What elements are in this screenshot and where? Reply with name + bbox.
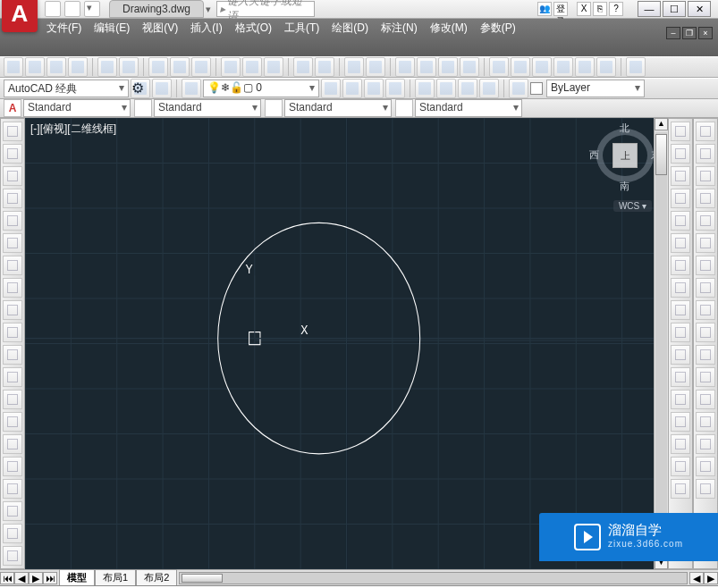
mdi-minimize[interactable]: – xyxy=(666,27,680,39)
addselected-tool[interactable] xyxy=(3,546,22,566)
xline-tool[interactable] xyxy=(3,144,22,164)
erase-tool[interactable] xyxy=(671,122,690,141)
document-tab[interactable]: Drawing3.dwg xyxy=(109,0,204,18)
quickcalc-button[interactable] xyxy=(596,57,616,77)
dimstyle-icon[interactable] xyxy=(134,99,152,117)
designcenter-button[interactable] xyxy=(511,57,530,77)
hatch-tool[interactable] xyxy=(3,434,22,454)
zoom-previous-button[interactable] xyxy=(460,57,479,77)
help-button[interactable] xyxy=(626,57,646,77)
menu-edit[interactable]: 编辑(E) xyxy=(94,21,130,36)
layer-prev-button[interactable] xyxy=(458,79,477,98)
baseline-tool[interactable] xyxy=(696,367,715,387)
dimedit-tool[interactable] xyxy=(696,457,715,476)
table-tool[interactable] xyxy=(3,501,22,521)
open-button[interactable] xyxy=(25,57,45,77)
layer-freeze-button[interactable] xyxy=(364,79,384,98)
block-editor-button[interactable] xyxy=(315,57,334,77)
hscroll-right[interactable]: ▶ xyxy=(704,572,718,584)
zoom-window-button[interactable] xyxy=(438,57,458,77)
color-control[interactable] xyxy=(509,79,528,98)
mdi-close[interactable]: × xyxy=(698,27,713,39)
menu-file[interactable]: 文件(F) xyxy=(46,21,81,36)
stretch-tool[interactable] xyxy=(671,300,690,320)
cloud-open-button[interactable] xyxy=(97,57,117,77)
tolerance-tool[interactable] xyxy=(696,300,715,320)
insert-tool[interactable] xyxy=(3,367,22,387)
line-tool[interactable] xyxy=(3,122,22,141)
list-tool[interactable] xyxy=(696,189,715,208)
menu-view[interactable]: 视图(V) xyxy=(142,21,178,36)
sheetset-button[interactable] xyxy=(553,57,573,77)
center-tool[interactable] xyxy=(696,323,715,342)
tablestyle-icon[interactable] xyxy=(265,99,283,117)
make-current-button[interactable] xyxy=(415,79,435,98)
stayconnected-icon[interactable]: ⎘ xyxy=(593,2,607,16)
new-button[interactable] xyxy=(4,57,23,77)
extend-tool[interactable] xyxy=(671,345,690,365)
mleaderstyle-combo[interactable]: Standard xyxy=(415,99,522,117)
close-button[interactable]: ✕ xyxy=(688,1,711,17)
area-tool[interactable] xyxy=(696,144,715,164)
hscroll-thumb[interactable] xyxy=(182,574,223,583)
leader-tool[interactable] xyxy=(696,278,715,298)
tab-layout2[interactable]: 布局2 xyxy=(136,569,177,586)
tab-layout1[interactable]: 布局1 xyxy=(95,569,136,586)
circle-tool[interactable] xyxy=(3,256,22,275)
region-tool[interactable] xyxy=(3,479,22,499)
plot-button[interactable] xyxy=(148,57,168,77)
pan-button[interactable] xyxy=(395,57,415,77)
open-icon[interactable] xyxy=(64,1,80,17)
fillet-tool[interactable] xyxy=(671,434,690,454)
viewcube-north[interactable]: 北 xyxy=(620,122,629,135)
search-input[interactable]: ▸ 键入关键字或短语 xyxy=(216,1,315,17)
constraint-tool[interactable] xyxy=(696,233,715,253)
menu-format[interactable]: 格式(O) xyxy=(235,21,272,36)
menu-dimension[interactable]: 标注(N) xyxy=(381,21,418,36)
textstyle-combo[interactable]: Standard xyxy=(23,99,131,117)
point-tool[interactable] xyxy=(3,412,22,432)
infocenter-signin[interactable]: 登录 xyxy=(553,2,568,16)
app-menu-button[interactable]: A xyxy=(2,0,38,32)
tab-model[interactable]: 模型 xyxy=(59,569,95,586)
chamfer-tool[interactable] xyxy=(671,412,690,432)
ellipsearc-tool[interactable] xyxy=(3,345,22,365)
tab-first[interactable]: ⏮ xyxy=(0,572,14,584)
infocenter-search-icon[interactable]: 👥 xyxy=(537,2,552,16)
workspace-settings-button[interactable]: ⚙ xyxy=(131,79,150,98)
copy-button[interactable] xyxy=(242,57,262,77)
gradient-tool[interactable] xyxy=(3,457,22,476)
explode-tool[interactable] xyxy=(671,479,690,499)
vertical-scrollbar[interactable]: ▲ ▼ xyxy=(654,118,668,569)
ellipse-tool[interactable] xyxy=(3,323,22,342)
move-tool[interactable] xyxy=(671,233,690,253)
tab-next[interactable]: ▶ xyxy=(29,572,43,584)
hscroll-left[interactable]: ◀ xyxy=(689,572,704,584)
tablestyle-combo[interactable]: Standard xyxy=(284,99,392,117)
bylayer-check[interactable] xyxy=(530,82,543,95)
rectangle-tool[interactable] xyxy=(3,211,22,231)
dimspace-tool[interactable] xyxy=(696,412,715,432)
menu-insert[interactable]: 插入(I) xyxy=(190,21,222,36)
layer-combo[interactable]: 💡❄🔓▢ 0 xyxy=(203,80,319,97)
markup-button[interactable] xyxy=(575,57,595,77)
textstyle-icon[interactable]: A xyxy=(4,99,21,117)
tab-last[interactable]: ⏭ xyxy=(43,572,57,584)
dimbreak-tool[interactable] xyxy=(696,434,715,454)
workspace-save-button[interactable] xyxy=(152,79,172,98)
saveas-button[interactable] xyxy=(68,57,88,77)
array-tool[interactable] xyxy=(671,211,690,231)
matchprop-button[interactable] xyxy=(293,57,313,77)
id-tool[interactable] xyxy=(696,211,715,231)
mleaderstyle-icon[interactable] xyxy=(395,99,413,117)
properties-button[interactable] xyxy=(489,57,509,77)
cloud-save-button[interactable] xyxy=(119,57,139,77)
doc-tab-menu[interactable] xyxy=(204,4,211,15)
wcs-badge[interactable]: WCS ▾ xyxy=(613,200,652,212)
offset-tool[interactable] xyxy=(671,189,690,208)
layer-off-button[interactable] xyxy=(385,79,405,98)
scale-tool[interactable] xyxy=(671,278,690,298)
tab-prev[interactable]: ◀ xyxy=(14,572,29,584)
copy-tool[interactable] xyxy=(671,144,690,164)
dim-tool[interactable] xyxy=(696,256,715,275)
